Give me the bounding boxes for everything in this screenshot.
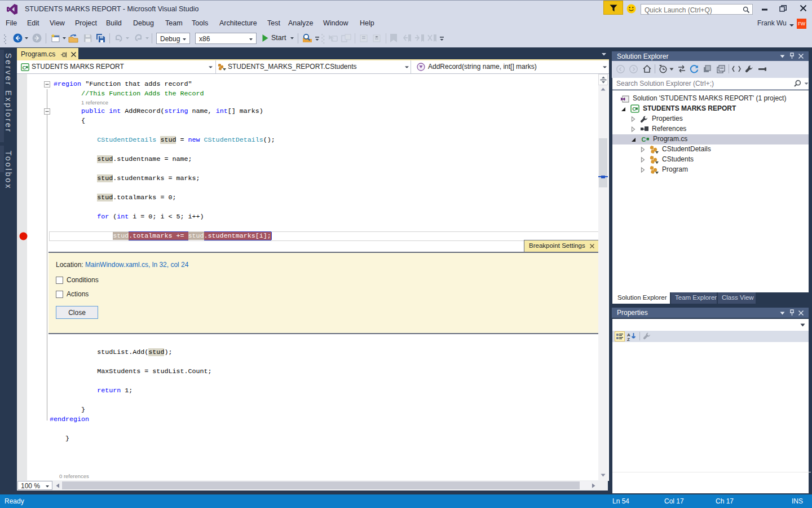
svg-text:C: C bbox=[23, 64, 27, 71]
svg-text:C: C bbox=[642, 136, 646, 143]
svg-text:Z: Z bbox=[627, 337, 630, 341]
